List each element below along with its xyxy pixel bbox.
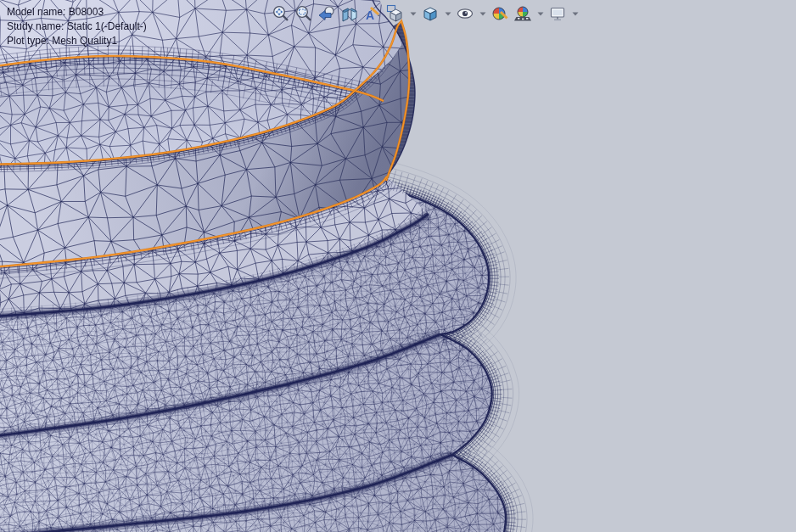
- apply-scene-dropdown-arrow-icon[interactable]: [536, 4, 544, 23]
- graphics-area: Model name: B08003 Study name: Static 1(…: [0, 0, 796, 532]
- display-style-icon[interactable]: [421, 4, 440, 23]
- hide-show-items-icon[interactable]: [456, 4, 474, 23]
- plot-type-label: Plot type: Mesh Quality1: [7, 34, 147, 48]
- zoom-to-fit-icon[interactable]: [272, 4, 290, 23]
- apply-scene-icon[interactable]: [513, 4, 532, 23]
- annotation-views-icon[interactable]: A: [363, 4, 382, 23]
- view-orientation-icon[interactable]: [386, 4, 405, 23]
- view-settings-icon[interactable]: [548, 4, 567, 23]
- view-settings-dropdown-arrow-icon[interactable]: [571, 4, 579, 23]
- heads-up-view-toolbar: A: [272, 3, 579, 25]
- hide-show-items-dropdown-arrow-icon[interactable]: [479, 4, 486, 23]
- plot-annotations: Model name: B08003 Study name: Static 1(…: [7, 5, 147, 48]
- view-orientation-dropdown-arrow-icon[interactable]: [409, 4, 417, 23]
- previous-view-icon[interactable]: [317, 4, 336, 23]
- section-view-icon[interactable]: [340, 4, 359, 23]
- zoom-to-area-icon[interactable]: [294, 4, 313, 23]
- study-name-label: Study name: Static 1(-Default-): [7, 20, 147, 34]
- display-style-dropdown-arrow-icon[interactable]: [444, 4, 451, 23]
- edit-appearance-icon[interactable]: [490, 4, 509, 23]
- model-name-label: Model name: B08003: [7, 5, 147, 20]
- 3d-viewport[interactable]: [0, 0, 796, 532]
